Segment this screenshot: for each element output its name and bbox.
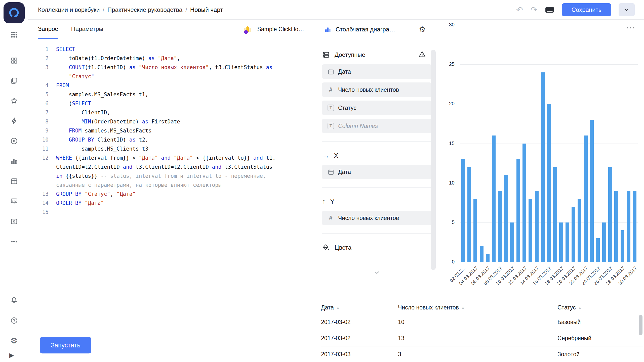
sort-caret-icon: ▲ [336, 306, 340, 309]
field-chip[interactable]: Дата [322, 64, 432, 79]
bar [614, 191, 618, 262]
table-column-header[interactable]: Дата▲ [321, 304, 398, 311]
services-icon[interactable] [9, 136, 19, 146]
notifications-bell-icon[interactable] [9, 296, 19, 305]
workbooks-icon[interactable] [9, 76, 19, 85]
table-scrollbar[interactable] [639, 315, 642, 335]
monitoring-icon[interactable] [9, 197, 19, 206]
charts-icon[interactable] [9, 156, 19, 166]
layout-toggle-icon[interactable] [545, 6, 554, 14]
table-cell: Золотой [557, 351, 644, 358]
line-number: 12 [28, 153, 56, 162]
line-number: 5 [28, 90, 56, 99]
bar-chart-type-icon[interactable] [324, 26, 332, 33]
calendar-field-icon [327, 68, 335, 75]
y-axis-tick: 25 [440, 61, 455, 67]
breadcrumb-item: Новый чарт [190, 6, 223, 13]
line-number [28, 180, 56, 190]
breadcrumb-item[interactable]: Коллекции и воркбуки [38, 6, 100, 13]
code-text: ORDER BY "Дата" [56, 199, 104, 208]
table-header: Дата▲Число новых клиентов▲Статус▲ [321, 301, 644, 314]
chart-config-panel: Столбчатая диагра… ⚙ Доступные [315, 20, 439, 301]
code-line: 11 samples.MS_Clients t3 [28, 144, 310, 153]
code-text: GROUP BY "Статус", "Дата" [56, 190, 136, 199]
code-text: (SELECT [56, 99, 91, 108]
gridline [460, 262, 638, 262]
favorites-icon[interactable] [9, 96, 19, 106]
datalens-logo[interactable] [4, 2, 25, 23]
main-content: Запрос Параметры Sam [28, 20, 644, 362]
bar [516, 159, 520, 262]
code-text: ClientID, [56, 108, 110, 117]
tab-query[interactable]: Запрос [38, 20, 58, 39]
bar [596, 238, 600, 262]
help-icon[interactable] [9, 316, 19, 325]
line-number: 14 [28, 199, 56, 208]
dashboards-icon[interactable] [9, 56, 19, 65]
table-cell: 2017-03-02 [321, 319, 398, 326]
warning-icon[interactable] [418, 50, 426, 59]
tab-parameters[interactable]: Параметры [71, 20, 103, 39]
line-number: 13 [28, 190, 56, 199]
table-cell: 10 [398, 319, 557, 326]
table-cell: 2017-03-02 [321, 335, 398, 342]
breadcrumb-item[interactable]: Практические руководства [107, 6, 182, 13]
quick-actions-icon[interactable] [9, 116, 19, 126]
sidebar-expand-icon[interactable]: ▶ [9, 352, 14, 359]
y-axis-section: ↑ Y [322, 195, 432, 209]
x-axis-fields: Дата [322, 165, 432, 179]
config-scrollbar[interactable] [431, 50, 436, 270]
code-text: FROM samples.MS_SalesFacts [56, 126, 151, 135]
bar [627, 191, 630, 262]
sql-editor[interactable]: 1SELECT2 toDate(t1.OrderDatetime) as "Да… [28, 39, 315, 362]
code-line: 13GROUP BY "Статус", "Дата" [28, 190, 310, 199]
code-line: 1SELECT [28, 45, 310, 54]
chart-preview-panel: ⋯ 05101520253002.03.2...04.03.201706.03.… [439, 20, 644, 301]
code-text: samples.MS_SalesFacts t1, [56, 90, 148, 99]
storage-icon[interactable] [9, 217, 19, 226]
apps-grid-icon[interactable] [9, 30, 19, 39]
dataset-name: Sample ClickHo… [257, 26, 304, 33]
line-number: 6 [28, 99, 56, 108]
tables-icon[interactable] [9, 176, 19, 186]
table-row: 2017-03-0213Серебряный [321, 330, 644, 346]
save-button[interactable]: Сохранить [562, 3, 611, 16]
code-line: 12WHERE {{interval_from}} < "Дата" and "… [28, 153, 310, 162]
field-label: Column Names [338, 123, 378, 129]
bar [522, 144, 526, 262]
table-body: 2017-03-0210Базовый2017-03-0213Серебряны… [321, 314, 644, 362]
save-dropdown-button[interactable] [619, 3, 635, 16]
line-number: 1 [28, 45, 56, 54]
dataset-selector[interactable]: Sample ClickHo… [243, 20, 304, 39]
table-column-header[interactable]: Число новых клиентов▲ [398, 304, 557, 311]
line-number: 7 [28, 108, 56, 117]
bar [529, 199, 532, 262]
code-text: "Статус" [56, 72, 94, 81]
run-button[interactable]: Запустить [40, 337, 91, 353]
field-chip[interactable]: TColumn Names [322, 119, 432, 133]
field-label: Число новых клиентов [338, 215, 399, 221]
field-chip[interactable]: #Число новых клиентов [322, 211, 432, 225]
bar [584, 135, 588, 262]
y-axis-label: Y [330, 198, 334, 205]
more-items-icon[interactable] [9, 237, 19, 246]
settings-gear-icon[interactable]: ⚙ [9, 336, 19, 345]
bar [633, 191, 636, 262]
field-label: Дата [338, 68, 351, 75]
config-collapse-chevron-icon[interactable] [322, 269, 432, 276]
line-number: 8 [28, 117, 56, 126]
redo-icon[interactable]: ↷ [531, 6, 537, 14]
field-label: Число новых клиентов [338, 86, 399, 93]
line-number [28, 72, 56, 81]
code-line: связанные с параметрами, на которые влия… [28, 180, 310, 190]
chart-settings-gear-icon[interactable]: ⚙ [419, 26, 426, 33]
table-column-header[interactable]: Статус▲ [557, 304, 644, 311]
field-chip[interactable]: #Число новых клиентов [322, 82, 432, 97]
datasets-icon [322, 51, 330, 59]
field-chip[interactable]: TСтатус [322, 101, 432, 115]
field-chip[interactable]: Дата [322, 165, 432, 179]
code-line: "Статус" [28, 72, 310, 81]
line-number [28, 171, 56, 180]
calendar-field-icon [327, 169, 335, 175]
undo-icon[interactable]: ↶ [516, 6, 523, 14]
